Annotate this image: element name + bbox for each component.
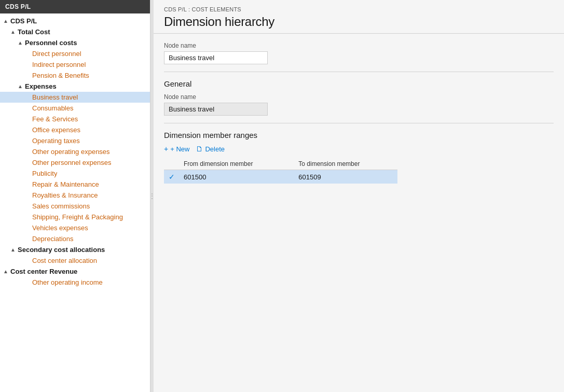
sidebar-item-label: CDS P/L: [10, 17, 37, 25]
sidebar-item-royalties-insurance[interactable]: Royalties & Insurance: [0, 190, 150, 201]
sidebar-item-label: Repair & Maintenance: [32, 180, 99, 188]
general-node-label: Node name: [164, 93, 554, 101]
sidebar-item-label: Other personnel expenses: [32, 159, 111, 166]
tree-toggle-icon: ▲: [17, 40, 24, 46]
sidebar-item-other-operating-expenses[interactable]: Other operating expenses: [0, 146, 150, 157]
sidebar-item-label: Sales commissions: [32, 202, 90, 210]
sidebar-item-personnel-costs[interactable]: ▲Personnel costs: [0, 37, 150, 48]
sidebar-item-label: Depreciations: [32, 235, 74, 243]
tree-body: ▲CDS P/L▲Total Cost▲Personnel costsDirec…: [0, 13, 150, 392]
sidebar-item-label: Business travel: [32, 93, 78, 101]
sidebar-item-label: Indirect personnel: [32, 61, 86, 68]
sidebar-item-depreciations[interactable]: Depreciations: [0, 233, 150, 244]
new-button[interactable]: + + New: [164, 144, 189, 154]
check-icon: ✓: [169, 173, 175, 181]
sidebar-item-label: Total Cost: [18, 28, 50, 36]
ranges-section-title: Dimension member ranges: [164, 131, 554, 139]
sidebar-item-label: Personnel costs: [25, 39, 77, 47]
col-check: [164, 158, 180, 170]
col-from: From dimension member: [180, 158, 294, 170]
section-divider-2: [164, 123, 554, 123]
delete-icon: 🗋: [196, 145, 203, 153]
ranges-table-header-row: From dimension member To dimension membe…: [164, 158, 397, 170]
general-section-title: General: [164, 79, 554, 88]
page-title: Dimension hierarchy: [164, 15, 554, 29]
sidebar-item-repair-maintenance[interactable]: Repair & Maintenance: [0, 179, 150, 190]
sidebar-item-label: Operating taxes: [32, 137, 80, 145]
sidebar-item-fee-services[interactable]: Fee & Services: [0, 114, 150, 124]
delete-button[interactable]: 🗋 Delete: [196, 144, 225, 154]
to-dimension-member: 601509: [294, 170, 397, 184]
sidebar-item-business-travel[interactable]: Business travel: [0, 92, 150, 103]
general-node-input[interactable]: [164, 103, 268, 116]
sidebar-item-label: Direct personnel: [32, 50, 81, 58]
sidebar-item-other-personnel-expenses[interactable]: Other personnel expenses: [0, 157, 150, 168]
new-icon: +: [164, 145, 168, 153]
main-body: Node name General Node name Dimension me…: [154, 34, 564, 392]
section-divider-1: [164, 72, 554, 72]
main-content: CDS P/L : COST ELEMENTS Dimension hierar…: [154, 0, 564, 392]
sidebar-item-label: Office expenses: [32, 126, 80, 134]
sidebar-item-pension-benefits[interactable]: Pension & Benefits: [0, 70, 150, 81]
sidebar-header: CDS P/L: [0, 0, 150, 13]
sidebar-item-label: Other operating income: [32, 278, 103, 286]
sidebar-item-secondary-cost-allocations[interactable]: ▲Secondary cost allocations: [0, 244, 150, 255]
sidebar: CDS P/L ▲CDS P/L▲Total Cost▲Personnel co…: [0, 0, 150, 392]
sidebar-header-label: CDS P/L: [5, 3, 31, 10]
sidebar-item-shipping-freight[interactable]: Shipping, Freight & Packaging: [0, 212, 150, 222]
tree-toggle-icon: ▲: [2, 269, 9, 274]
col-to: To dimension member: [294, 158, 397, 170]
sidebar-item-label: Secondary cost allocations: [18, 246, 105, 254]
sidebar-item-label: Other operating expenses: [32, 148, 110, 156]
sidebar-item-office-expenses[interactable]: Office expenses: [0, 124, 150, 135]
table-row[interactable]: ✓601500601509: [164, 170, 397, 184]
sidebar-item-other-operating-income[interactable]: Other operating income: [0, 277, 150, 288]
sidebar-item-operating-taxes[interactable]: Operating taxes: [0, 135, 150, 146]
ranges-table-body: ✓601500601509: [164, 170, 397, 184]
breadcrumb: CDS P/L : COST ELEMENTS: [164, 6, 554, 12]
sidebar-item-vehicles-expenses[interactable]: Vehicles expenses: [0, 222, 150, 233]
sidebar-item-sales-commissions[interactable]: Sales commissions: [0, 201, 150, 212]
row-check-col: ✓: [164, 170, 180, 184]
sidebar-item-indirect-personnel[interactable]: Indirect personnel: [0, 59, 150, 70]
sidebar-item-consumables[interactable]: Consumables: [0, 103, 150, 114]
sidebar-item-label: Cost center allocation: [32, 257, 97, 264]
from-dimension-member: 601500: [180, 170, 294, 184]
tree-toggle-icon: ▲: [9, 247, 17, 253]
tree-toggle-icon: ▲: [17, 83, 24, 89]
sidebar-item-cds-pl[interactable]: ▲CDS P/L: [0, 16, 150, 26]
sidebar-item-publicity[interactable]: Publicity: [0, 168, 150, 179]
sidebar-item-label: Royalties & Insurance: [32, 191, 98, 199]
sidebar-item-total-cost[interactable]: ▲Total Cost: [0, 26, 150, 37]
tree-toggle-icon: ▲: [2, 18, 9, 24]
sidebar-item-label: Pension & Benefits: [32, 72, 89, 79]
tree-toggle-icon: ▲: [9, 29, 17, 35]
top-node-name-input[interactable]: [164, 51, 268, 64]
delete-label: Delete: [205, 145, 225, 153]
ranges-toolbar: + + New 🗋 Delete: [164, 144, 554, 154]
ranges-table: From dimension member To dimension membe…: [164, 158, 397, 184]
sidebar-item-label: Consumables: [32, 104, 74, 112]
ranges-table-head: From dimension member To dimension membe…: [164, 158, 397, 170]
sidebar-item-expenses[interactable]: ▲Expenses: [0, 81, 150, 92]
sidebar-item-label: Publicity: [32, 170, 57, 177]
sidebar-item-label: Fee & Services: [32, 115, 78, 123]
sidebar-item-cost-center-allocation[interactable]: Cost center allocation: [0, 255, 150, 266]
sidebar-item-label: Expenses: [25, 82, 57, 90]
sidebar-item-direct-personnel[interactable]: Direct personnel: [0, 48, 150, 59]
sidebar-item-cost-center-revenue[interactable]: ▲Cost center Revenue: [0, 266, 150, 277]
top-node-label: Node name: [164, 42, 554, 49]
sidebar-item-label: Vehicles expenses: [32, 224, 88, 232]
main-header: CDS P/L : COST ELEMENTS Dimension hierar…: [154, 0, 564, 34]
sidebar-item-label: Shipping, Freight & Packaging: [32, 213, 123, 221]
sidebar-item-label: Cost center Revenue: [10, 268, 77, 275]
new-label: + New: [170, 145, 189, 153]
